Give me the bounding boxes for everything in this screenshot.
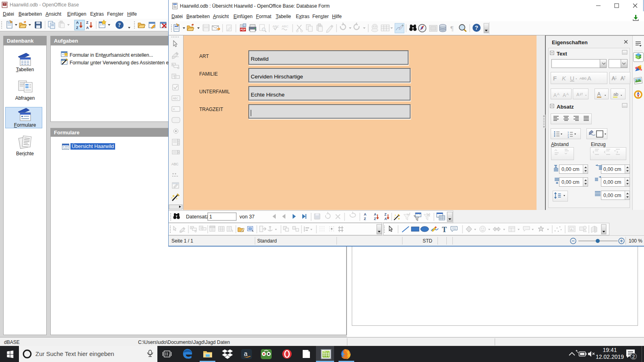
svg-text:A: A <box>576 92 580 97</box>
svg-text:2: 2 <box>632 354 635 360</box>
svg-text:?: ? <box>475 25 479 31</box>
svg-text:A: A <box>76 21 79 25</box>
svg-text:A: A <box>597 91 601 97</box>
svg-text:A: A <box>570 228 573 231</box>
svg-text:ABC: ABC <box>272 25 279 28</box>
svg-text:Datensatz: Datensatz <box>186 214 208 220</box>
svg-text:A: A <box>364 212 366 216</box>
svg-text:3: 3 <box>568 136 569 138</box>
svg-text:U: U <box>570 75 574 82</box>
svg-text:F: F <box>553 75 557 82</box>
svg-text:A: A <box>566 92 569 96</box>
svg-text:T: T <box>442 226 447 234</box>
svg-text:A: A <box>621 76 624 81</box>
svg-text:ab: ab <box>613 92 618 97</box>
svg-text:1: 1 <box>209 214 212 220</box>
svg-text:Z: Z <box>384 212 386 216</box>
svg-text:A: A <box>612 76 615 81</box>
svg-text:K: K <box>562 75 566 82</box>
svg-text:ABC: ABC <box>580 76 586 80</box>
svg-text:A: A <box>553 93 557 98</box>
svg-text:#.: #. <box>173 108 175 111</box>
svg-text:Z: Z <box>374 217 376 221</box>
svg-text:A: A <box>374 212 376 216</box>
svg-text:A: A <box>557 92 559 96</box>
svg-text:ABC: ABC <box>282 25 289 28</box>
svg-text:PDF: PDF <box>241 28 246 31</box>
svg-text:a: a <box>244 350 248 357</box>
svg-text:?: ? <box>118 22 121 28</box>
svg-text:A: A <box>384 217 387 221</box>
svg-text:ABC: ABC <box>171 162 178 166</box>
svg-text:ABC: ABC <box>173 97 179 100</box>
svg-text:A: A <box>563 93 566 98</box>
svg-text:von 37: von 37 <box>239 214 255 220</box>
svg-text:A: A <box>587 75 591 82</box>
svg-text:Z: Z <box>86 21 89 25</box>
svg-text:Z: Z <box>76 26 78 30</box>
svg-text:A: A <box>86 26 89 30</box>
svg-text:¶: ¶ <box>450 25 454 32</box>
svg-text:Z: Z <box>364 217 366 221</box>
